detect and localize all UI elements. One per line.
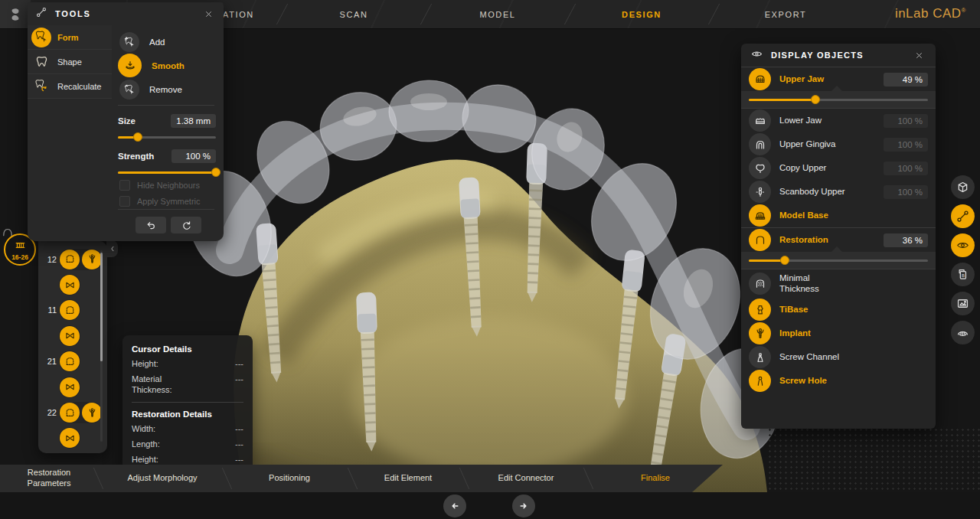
nav-tab-label: SCAN bbox=[340, 10, 368, 19]
display-object-implant[interactable]: Implant bbox=[741, 322, 936, 345]
connector-icon[interactable] bbox=[60, 326, 80, 346]
tool-mode-recalculate[interactable]: Recalculate bbox=[28, 74, 112, 99]
crown-icon[interactable] bbox=[60, 351, 80, 371]
connector-icon[interactable] bbox=[60, 377, 80, 397]
scrollbar-thumb[interactable] bbox=[100, 253, 103, 361]
nav-tab-design[interactable]: DESIGN bbox=[570, 0, 714, 28]
workflow-step-label: Finalise bbox=[641, 473, 670, 484]
implant-small-icon[interactable] bbox=[82, 403, 102, 423]
checkbox-label: Apply Symmetric bbox=[137, 197, 201, 206]
opacity-slider-row bbox=[741, 91, 936, 108]
slider-value[interactable]: 1.38 mm bbox=[171, 114, 216, 128]
checkbox-apply-symmetric[interactable]: Apply Symmetric bbox=[119, 193, 201, 209]
slider-knob[interactable] bbox=[811, 95, 820, 104]
display-object-scanbody-upper[interactable]: Scanbody Upper100 % bbox=[741, 180, 936, 204]
brush-icon-wrap bbox=[119, 80, 139, 100]
copy-upper-icon[interactable] bbox=[749, 157, 771, 179]
screw-hole-icon[interactable] bbox=[749, 370, 771, 392]
collapse-strip-button[interactable] bbox=[106, 240, 118, 257]
close-icon[interactable] bbox=[201, 6, 216, 21]
slider-knob[interactable] bbox=[133, 132, 142, 142]
upper-jaw-icon[interactable] bbox=[749, 68, 771, 90]
implant-icon[interactable] bbox=[749, 322, 771, 344]
tibase-icon[interactable] bbox=[749, 299, 771, 321]
workflow-step-adjust-morphology[interactable]: Adjust Morphology bbox=[98, 465, 227, 492]
checkbox-box[interactable] bbox=[119, 196, 130, 207]
screenshot-icon bbox=[956, 296, 970, 311]
side-toolbar: B bbox=[951, 175, 975, 344]
view-cube-button[interactable] bbox=[951, 175, 975, 199]
tool-mode-label: Recalculate bbox=[57, 82, 101, 91]
slider-fill bbox=[749, 260, 785, 262]
restoration-opacity-slider[interactable] bbox=[749, 256, 928, 265]
display-object-upper-gingiva[interactable]: Upper Gingiva100 % bbox=[741, 132, 936, 156]
tool-mode-form[interactable]: Form bbox=[28, 25, 112, 50]
brush-list: AddSmoothRemove bbox=[119, 30, 185, 101]
section-title: Restoration Details bbox=[132, 410, 243, 419]
undo-icon bbox=[145, 219, 158, 232]
workflow-step-edit-element[interactable]: Edit Element bbox=[352, 465, 464, 492]
display-object-model-base[interactable]: Model Base bbox=[741, 204, 936, 227]
jaw-model-button[interactable] bbox=[951, 321, 975, 344]
connector-icon[interactable] bbox=[60, 428, 80, 448]
undo-button[interactable] bbox=[136, 217, 166, 233]
connector-icon[interactable] bbox=[60, 275, 80, 295]
crown-icon bbox=[64, 406, 77, 419]
checkbox-hide-neighbours[interactable]: Hide Neighbours bbox=[119, 177, 201, 193]
upper-jaw-opacity-slider[interactable] bbox=[749, 95, 928, 104]
jaw-model-icon bbox=[956, 325, 970, 340]
connector-row bbox=[38, 426, 107, 451]
crown-icon[interactable] bbox=[60, 250, 80, 269]
implant-small-icon[interactable] bbox=[82, 250, 102, 269]
slider-knob[interactable] bbox=[211, 168, 220, 177]
scanbody-icon[interactable] bbox=[749, 181, 771, 203]
redo-button[interactable] bbox=[171, 217, 201, 233]
display-object-copy-upper[interactable]: Copy Upper100 % bbox=[741, 156, 936, 180]
tool-checkboxes: Hide NeighboursApply Symmetric bbox=[119, 177, 201, 209]
lower-jaw-icon[interactable] bbox=[749, 109, 771, 132]
restoration-icon[interactable] bbox=[749, 229, 771, 251]
slider-knob[interactable] bbox=[780, 256, 789, 265]
checkbox-box[interactable] bbox=[119, 180, 130, 191]
next-step-button[interactable] bbox=[512, 495, 535, 517]
workflow-step-positioning[interactable]: Positioning bbox=[227, 465, 352, 492]
implant-small-icon bbox=[86, 253, 99, 266]
screenshot-button[interactable] bbox=[951, 292, 975, 315]
size-slider[interactable] bbox=[118, 132, 216, 142]
gingiva-icon[interactable] bbox=[749, 133, 771, 155]
display-object-screw-hole[interactable]: Screw Hole bbox=[741, 369, 936, 393]
previous-step-button[interactable] bbox=[443, 495, 466, 517]
nav-tab-model[interactable]: MODEL bbox=[426, 0, 570, 28]
close-icon[interactable] bbox=[911, 47, 926, 63]
crown-icon[interactable] bbox=[60, 403, 80, 423]
model-base-icon[interactable] bbox=[749, 204, 771, 227]
display-objects-panel: DISPLAY OBJECTS Upper Jaw49 %Lower Jaw10… bbox=[741, 44, 936, 429]
tibase-icon bbox=[753, 303, 767, 317]
workflow-step-restoration-parameters[interactable]: Restoration Parameters bbox=[0, 465, 98, 492]
tooth-element-strip: 12112122 bbox=[38, 241, 107, 453]
brush-remove[interactable]: Remove bbox=[119, 77, 185, 101]
display-objects-button[interactable] bbox=[951, 233, 975, 257]
minimal-thickness-icon[interactable] bbox=[749, 273, 771, 295]
tooth-icon-group bbox=[59, 249, 103, 270]
display-object-screw-channel[interactable]: Screw Channel bbox=[741, 345, 936, 369]
case-details-button[interactable]: B bbox=[951, 263, 975, 286]
display-object-minimal-thickness[interactable]: Minimal Thickness bbox=[741, 269, 936, 298]
brush-smooth[interactable]: Smooth bbox=[119, 54, 185, 77]
crown-icon[interactable] bbox=[60, 300, 80, 320]
display-object-tibase[interactable]: TiBase bbox=[741, 298, 936, 322]
detail-value: --- bbox=[235, 374, 243, 384]
screw-channel-icon[interactable] bbox=[749, 346, 771, 368]
workflow-step-edit-connector[interactable]: Edit Connector bbox=[464, 465, 588, 492]
nav-tab-scan[interactable]: SCAN bbox=[282, 0, 426, 28]
slider-value[interactable]: 100 % bbox=[172, 149, 216, 163]
sirona-logo[interactable] bbox=[0, 0, 31, 28]
tooth-form-icon bbox=[34, 30, 49, 44]
tools-button[interactable] bbox=[951, 204, 975, 228]
nav-tab-export[interactable]: EXPORT bbox=[714, 0, 858, 28]
tooth-strip-scrollbar[interactable] bbox=[100, 250, 103, 442]
strength-slider[interactable] bbox=[118, 168, 216, 177]
brush-add[interactable]: Add bbox=[119, 30, 185, 54]
tool-mode-shape[interactable]: Shape bbox=[28, 50, 112, 74]
display-object-lower-jaw[interactable]: Lower Jaw100 % bbox=[741, 109, 936, 132]
